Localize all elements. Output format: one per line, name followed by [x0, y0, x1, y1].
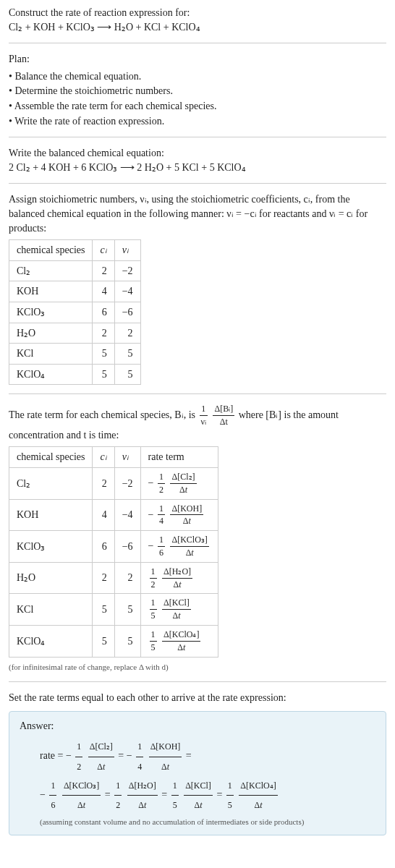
answer-assumption: (assuming constant volume and no accumul…: [40, 817, 375, 827]
table-cell: KClO₃: [9, 531, 93, 563]
table-cell: H₂O: [9, 323, 93, 344]
answer-expression: rate = − 12 Δ[Cl₂]Δt = − 14 Δ[KOH]Δt = −…: [40, 737, 375, 815]
table-cell: −6: [114, 531, 140, 563]
table-cell: KClO₃: [9, 302, 93, 323]
table-cell: −4: [114, 499, 140, 531]
table-cell: 5: [93, 344, 114, 365]
table-header: νᵢ: [114, 447, 140, 468]
table-header: chemical species: [9, 447, 93, 468]
table-cell: 2: [114, 562, 140, 594]
balanced-title: Write the balanced chemical equation:: [9, 146, 386, 161]
divider: [9, 137, 386, 137]
divider: [9, 393, 386, 394]
plan-item: • Determine the stoichiometric numbers.: [9, 84, 386, 98]
table-row: KOH4−4− 14 Δ[KOH]Δt: [9, 499, 218, 531]
plan-title: Plan:: [9, 52, 386, 67]
table-cell: − 16 Δ[KClO₃]Δt: [140, 531, 218, 563]
table-cell: −6: [114, 302, 140, 323]
table-cell: 2: [93, 323, 114, 344]
table-cell: 5: [114, 626, 140, 658]
table-cell: KClO₄: [9, 364, 93, 385]
table-cell: 5: [114, 344, 140, 365]
table-cell: 5: [93, 364, 114, 385]
answer-label: Answer:: [20, 719, 375, 733]
table-header: cᵢ: [93, 447, 114, 468]
table-cell: Cl₂: [9, 468, 93, 500]
table-cell: 2: [114, 323, 140, 344]
plan-item: • Balance the chemical equation.: [9, 69, 386, 84]
table-row: KClO₄ 5 5: [9, 364, 141, 385]
stoich-table: chemical species cᵢ νᵢ Cl₂ 2 −2 KOH 4 −4…: [9, 239, 141, 385]
stoich-intro: Assign stoichiometric numbers, νᵢ, using…: [9, 192, 386, 235]
table-cell: 15 Δ[KClO₄]Δt: [140, 626, 218, 658]
balanced-equation: 2 Cl₂ + 4 KOH + 6 KClO₃ ⟶ 2 H₂O + 5 KCl …: [9, 161, 386, 175]
table-cell: 4: [93, 281, 114, 302]
table-cell: 5: [114, 364, 140, 385]
table-cell: 4: [93, 499, 114, 531]
table-row: KClO₄5515 Δ[KClO₄]Δt: [9, 626, 218, 658]
rate-term-table: chemical species cᵢ νᵢ rate term Cl₂2−2−…: [9, 446, 218, 657]
fraction-top: Δ[Bᵢ]: [213, 403, 234, 416]
table-cell: Cl₂: [9, 260, 93, 281]
table-row: H₂O2212 Δ[H₂O]Δt: [9, 562, 218, 594]
table-cell: 2: [93, 562, 114, 594]
divider: [9, 43, 386, 43]
table-row: H₂O 2 2: [9, 323, 141, 344]
table-cell: −2: [114, 260, 140, 281]
plan-item: • Write the rate of reaction expression.: [9, 114, 386, 129]
table-cell: H₂O: [9, 562, 93, 594]
table-row: KClO₃ 6 −6: [9, 302, 141, 323]
table-row: Cl₂ 2 −2: [9, 260, 141, 281]
table-cell: − 12 Δ[Cl₂]Δt: [140, 468, 218, 500]
table-cell: −2: [114, 468, 140, 500]
table-cell: 12 Δ[H₂O]Δt: [140, 562, 218, 594]
table-row: KCl5515 Δ[KCl]Δt: [9, 594, 218, 626]
table-header: rate term: [140, 447, 218, 468]
text: The rate term for each chemical species,…: [9, 409, 198, 420]
fraction-top: 1: [200, 403, 208, 416]
table-cell: KOH: [9, 281, 93, 302]
divider: [9, 681, 386, 682]
infinitesimal-note: (for infinitesimal rate of change, repla…: [9, 662, 386, 673]
table-cell: KClO₄: [9, 626, 93, 658]
answer-box: Answer: rate = − 12 Δ[Cl₂]Δt = − 14 Δ[KO…: [9, 711, 386, 836]
table-header: chemical species: [9, 240, 93, 261]
table-cell: KCl: [9, 594, 93, 626]
divider: [9, 183, 386, 184]
table-row: KOH 4 −4: [9, 281, 141, 302]
table-cell: 2: [93, 260, 114, 281]
table-row: Cl₂2−2− 12 Δ[Cl₂]Δt: [9, 468, 218, 500]
table-cell: 2: [93, 468, 114, 500]
rate-term-intro: The rate term for each chemical species,…: [9, 403, 386, 442]
problem-equation: Cl₂ + KOH + KClO₃ ⟶ H₂O + KCl + KClO₄: [9, 20, 386, 35]
plan-list: • Balance the chemical equation. • Deter…: [9, 69, 386, 128]
final-intro: Set the rate terms equal to each other t…: [9, 691, 386, 705]
table-cell: KOH: [9, 499, 93, 531]
table-cell: KCl: [9, 344, 93, 365]
plan-item: • Assemble the rate term for each chemic…: [9, 99, 386, 114]
fraction: Δ[Bᵢ] Δt: [213, 403, 234, 428]
table-cell: −4: [114, 281, 140, 302]
table-row: KClO₃6−6− 16 Δ[KClO₃]Δt: [9, 531, 218, 563]
table-header: cᵢ: [93, 240, 114, 261]
table-cell: − 14 Δ[KOH]Δt: [140, 499, 218, 531]
problem-title: Construct the rate of reaction expressio…: [9, 6, 386, 20]
table-cell: 15 Δ[KCl]Δt: [140, 594, 218, 626]
table-row: KCl 5 5: [9, 344, 141, 365]
fraction: 1 νᵢ: [200, 403, 208, 428]
fraction-bot: νᵢ: [200, 416, 208, 428]
table-cell: 5: [93, 594, 114, 626]
table-cell: 6: [93, 531, 114, 563]
table-cell: 5: [114, 594, 140, 626]
table-header: νᵢ: [114, 240, 140, 261]
fraction-bot: Δt: [213, 416, 234, 428]
table-cell: 5: [93, 626, 114, 658]
table-cell: 6: [93, 302, 114, 323]
